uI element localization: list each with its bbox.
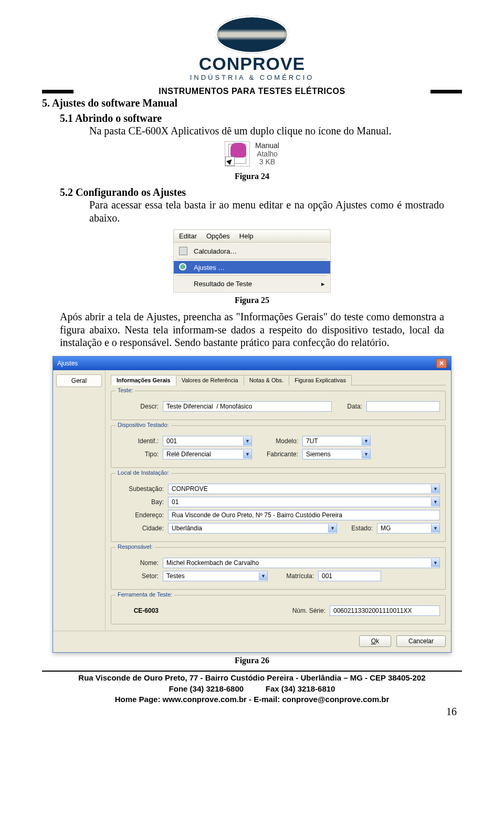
- calculator-icon: [179, 247, 188, 255]
- menu-item-calculadora[interactable]: Calculadora…: [174, 245, 330, 257]
- combo-value: Testes: [166, 572, 185, 580]
- input-num-serie[interactable]: [330, 605, 440, 616]
- chevron-down-icon: ▼: [431, 524, 439, 532]
- menu-item-ajustes[interactable]: Ajustes …: [174, 261, 330, 274]
- tab-valores-referencia[interactable]: Valores de Referência: [176, 375, 244, 385]
- tab-figuras-explicativas[interactable]: Figuras Explicativas: [289, 375, 352, 385]
- combo-identif[interactable]: 001 ▼: [163, 436, 252, 446]
- dialog-button-row: Ok Cancelar: [53, 631, 451, 652]
- ajustes-dialog: Ajustes ✕ Geral Informações Gerais Valor…: [52, 356, 452, 653]
- menu-editar[interactable]: Editar: [179, 232, 197, 240]
- rule-left: [42, 90, 74, 93]
- input-matricula[interactable]: [318, 571, 381, 581]
- menu-item-label: Ajustes …: [194, 264, 225, 271]
- menu-opcoes[interactable]: Opções: [206, 232, 230, 240]
- menu-help[interactable]: Help: [239, 232, 254, 240]
- combo-value: 7UT: [306, 437, 318, 445]
- cancel-button[interactable]: Cancelar: [396, 635, 446, 647]
- chevron-down-icon: ▼: [259, 572, 267, 580]
- menu-separator: [177, 259, 327, 259]
- combo-subestacao[interactable]: CONPROVE ▼: [168, 484, 440, 494]
- combo-tipo[interactable]: Relé Diferencial ▼: [163, 449, 252, 459]
- combo-cidade[interactable]: Uberlândia ▼: [168, 523, 337, 534]
- combo-nome[interactable]: Michel Rockembach de Carvalho ▼: [163, 558, 440, 568]
- group-local: Local de Instalação: Subestação: CONPROV…: [111, 473, 446, 542]
- dialog-title: Ajustes: [57, 360, 78, 367]
- label-data: Data:: [336, 403, 362, 410]
- dialog-main: Informações Gerais Valores de Referência…: [106, 370, 451, 631]
- group-ferramenta: Ferramenta de Teste: CE-6003 Núm. Série:: [111, 595, 446, 624]
- dialog-tabs: Informações Gerais Valores de Referência…: [111, 374, 446, 385]
- label-endereco: Endereço:: [117, 511, 164, 519]
- section-5-2-text: Para acessar essa tela basta ir ao menu …: [89, 198, 444, 224]
- page-number: 16: [42, 706, 462, 718]
- tab-notas-obs[interactable]: Notas & Obs.: [244, 375, 289, 385]
- menu-item-resultado[interactable]: Resultado de Teste ▸: [174, 277, 330, 290]
- chevron-down-icon: ▼: [362, 437, 370, 445]
- chevron-down-icon: ▼: [431, 498, 439, 506]
- combo-fabricante[interactable]: Siemens ▼: [302, 449, 371, 459]
- section-5-title: 5. Ajustes do software Manual: [42, 97, 462, 109]
- manual-shortcut: Manual Atalho 3 KB: [225, 141, 279, 166]
- group-legend: Dispositivo Testado:: [116, 422, 171, 428]
- manual-shortcut-icon: [225, 141, 250, 166]
- menu-item-label: Calculadora…: [194, 247, 237, 255]
- label-bay: Bay:: [117, 498, 164, 506]
- combo-setor[interactable]: Testes ▼: [163, 571, 268, 581]
- ferramenta-modelo: CE-6003: [117, 607, 159, 614]
- close-icon[interactable]: ✕: [436, 359, 447, 368]
- paragraph-after-fig25: Após abrir a tela de Ajustes, preencha a…: [60, 310, 444, 349]
- dialog-sidebar: Geral: [53, 370, 106, 631]
- label-estado: Estado:: [341, 525, 373, 532]
- ok-button[interactable]: Ok: [359, 635, 391, 647]
- group-responsavel: Responsável: Nome: Michel Rockembach de …: [111, 547, 446, 590]
- footer-line-1: Rua Visconde de Ouro Preto, 77 - Bairro …: [42, 673, 462, 683]
- group-dispositivo: Dispositivo Testado: Identif.: 001 ▼ Mod…: [111, 425, 446, 468]
- group-legend: Teste:: [116, 387, 135, 393]
- combo-estado[interactable]: MG ▼: [377, 523, 440, 534]
- combo-value: CONPROVE: [172, 485, 208, 493]
- dialog-body: Geral Informações Gerais Valores de Refe…: [53, 370, 451, 631]
- label-setor: Setor:: [117, 572, 159, 580]
- chevron-down-icon: ▼: [431, 559, 439, 567]
- sidebar-item-geral[interactable]: Geral: [56, 374, 102, 387]
- section-5-2-title: 5.2 Configurando os Ajustes: [60, 186, 462, 198]
- chevron-down-icon: ▼: [243, 450, 251, 458]
- label-nome: Nome:: [117, 559, 159, 567]
- chevron-down-icon: ▼: [328, 524, 337, 532]
- menu-bar: Editar Opções Help: [174, 230, 330, 243]
- label-subestacao: Subestação:: [117, 485, 164, 493]
- rule-right: [430, 90, 462, 93]
- input-endereco[interactable]: [168, 510, 440, 520]
- combo-modelo[interactable]: 7UT ▼: [302, 436, 371, 446]
- label-cidade: Cidade:: [117, 525, 164, 532]
- menu-item-label: Resultado de Teste: [194, 280, 252, 288]
- input-descr[interactable]: [163, 401, 332, 412]
- group-legend: Local de Instalação:: [116, 469, 171, 476]
- chevron-down-icon: ▼: [243, 437, 251, 445]
- input-data[interactable]: [366, 401, 440, 412]
- chevron-right-icon: ▸: [321, 280, 325, 288]
- figure-25-caption: Figura 25: [42, 296, 462, 305]
- shortcut-meta: Manual Atalho 3 KB: [255, 142, 279, 166]
- label-matricula: Matrícula:: [272, 572, 314, 580]
- combo-value: Siemens: [306, 451, 331, 458]
- footer-phone: Fone (34) 3218-6800: [169, 684, 244, 693]
- group-legend: Ferramenta de Teste:: [116, 591, 174, 598]
- brand-name: CONPROVE: [42, 55, 462, 72]
- dialog-titlebar: Ajustes ✕: [53, 357, 451, 370]
- tab-informacoes-gerais[interactable]: Informações Gerais: [111, 375, 176, 385]
- combo-value: 001: [166, 437, 177, 445]
- group-legend: Responsável:: [116, 543, 155, 550]
- page-subtitle: INSTRUMENTOS PARA TESTES ELÉTRICOS: [79, 87, 425, 96]
- group-teste: Teste: Descr: Data:: [111, 391, 446, 420]
- label-identif: Identif.:: [117, 437, 159, 445]
- chevron-down-icon: ▼: [362, 450, 370, 458]
- company-logo-block: CONPROVE INDÚSTRIA & COMÉRCIO: [42, 16, 462, 81]
- combo-bay[interactable]: 01 ▼: [168, 497, 440, 507]
- menu-separator: [177, 275, 327, 276]
- figure-26-caption: Figura 26: [42, 656, 462, 665]
- label-num-serie: Núm. Série:: [284, 607, 326, 614]
- shortcut-size: 3 KB: [255, 158, 279, 166]
- label-fabricante: Fabricante:: [256, 451, 298, 458]
